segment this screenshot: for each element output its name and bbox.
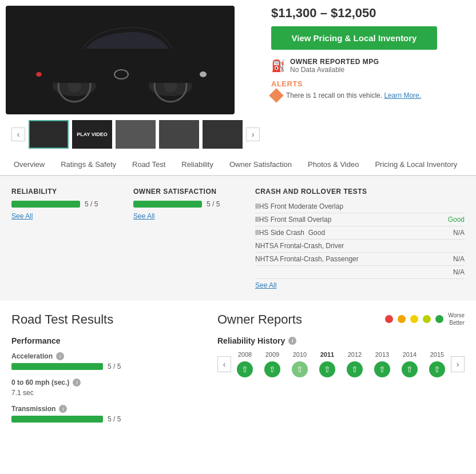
legend-label-worse: Worse [448, 312, 465, 318]
year-circle-2012[interactable]: ⇧ [347, 361, 363, 377]
price-range: $11,300 – $12,050 [271, 6, 465, 21]
year-col-2015: 2015 ⇧ [423, 351, 451, 377]
legend-label-better: Better [448, 320, 465, 326]
reliability-legend: Worse Better [385, 312, 465, 326]
year-col-2012: 2012 ⇧ [341, 351, 368, 377]
acceleration-label-row: Acceleration i [11, 352, 200, 360]
year-circle-2015[interactable]: ⇧ [429, 361, 445, 377]
thumb-next-button[interactable]: › [246, 128, 260, 141]
years-scroll: ‹ 2008 ⇧ 2009 ⇧ 2010 ⇧ 2011 ⇧ [217, 351, 465, 377]
reliability-history-title-text: Reliability History [217, 336, 285, 345]
legend-dot-mid3 [423, 315, 431, 323]
thumbnail-1[interactable] [29, 120, 69, 149]
recall-row: There is 1 recall on this vehicle. Learn… [271, 90, 465, 101]
zero-sixty-value: 7.1 sec [11, 389, 200, 397]
crash-row-4: NHTSA Frontal-Crash, Driver [255, 240, 465, 253]
year-label-2010: 2010 [286, 351, 314, 358]
year-circle-2013[interactable]: ⇧ [374, 361, 390, 377]
year-label-2011: 2011 [314, 351, 341, 358]
reliability-history-info-icon[interactable]: i [288, 337, 296, 345]
road-test-section-title: Road Test Results [11, 312, 200, 327]
legend-dot-worse [385, 315, 393, 323]
tab-photos-video[interactable]: Photos & Video [300, 154, 367, 176]
tab-reliability[interactable]: Reliability [173, 154, 221, 176]
thumbnail-4[interactable] [159, 120, 199, 149]
zero-sixty-row: 0 to 60 mph (sec.) i 7.1 sec [11, 379, 200, 397]
pricing-area: $11,300 – $12,050 View Pricing & Local I… [271, 6, 465, 149]
car-image-area: ‹ PLAY VIDEO › [6, 6, 260, 149]
year-circle-2014[interactable]: ⇧ [402, 361, 418, 377]
zero-sixty-label: 0 to 60 mph (sec.) [11, 379, 69, 387]
year-col-2014: 2014 ⇧ [396, 351, 423, 377]
acceleration-info-icon[interactable]: i [56, 352, 64, 360]
owner-satisfaction-bar-bg [133, 201, 202, 208]
thumbnail-play-video[interactable]: PLAY VIDEO [72, 120, 112, 149]
acceleration-row: Acceleration i 5 / 5 [11, 352, 200, 371]
acceleration-bar-row: 5 / 5 [11, 363, 200, 371]
legend-labels: Worse Better [448, 312, 465, 326]
top-section: ‹ PLAY VIDEO › $11,300 – $12,050 View Pr… [0, 0, 476, 154]
legend-dot-better [435, 315, 443, 323]
mpg-icon: ⛽ [271, 59, 285, 73]
owner-satisfaction-bar-row: 5 / 5 [133, 200, 238, 208]
crash-value-6: N/A [436, 268, 465, 276]
performance-title: Performance [11, 336, 200, 345]
crash-row-6: N/A [255, 266, 465, 279]
year-col-2010: 2010 ⇧ [286, 351, 314, 377]
owner-satisfaction-score: 5 / 5 [207, 200, 220, 208]
mpg-section: ⛽ OWNER REPORTED MPG No Data Available [271, 58, 465, 74]
svg-point-7 [36, 72, 42, 77]
reliability-see-all[interactable]: See All [11, 212, 33, 220]
crash-see-all[interactable]: See All [255, 281, 465, 289]
view-pricing-button[interactable]: View Pricing & Local Inventory [271, 26, 437, 50]
alerts-title: ALERTS [271, 79, 465, 88]
transmission-bar-bg [11, 416, 103, 423]
crash-tests-title: CRASH AND ROLLOVER TESTS [255, 188, 465, 196]
year-label-2012: 2012 [341, 351, 368, 358]
year-col-2008: 2008 ⇧ [231, 351, 259, 377]
mpg-value: No Data Available [290, 66, 379, 74]
year-label-2015: 2015 [423, 351, 451, 358]
reliability-bar-bg [11, 201, 80, 208]
owner-satisfaction-title: OWNER SATISFACTION [133, 188, 238, 196]
years-prev-button[interactable]: ‹ [217, 356, 231, 372]
thumbnail-3[interactable] [116, 120, 156, 149]
transmission-bar-fill [11, 416, 103, 423]
transmission-row: Transmission i 5 / 5 [11, 405, 200, 423]
zero-sixty-info-icon[interactable]: i [73, 379, 81, 387]
owner-satisfaction-see-all[interactable]: See All [133, 212, 154, 220]
tab-ratings-safety[interactable]: Ratings & Safety [53, 154, 124, 176]
year-circle-2010[interactable]: ⇧ [292, 361, 308, 377]
tab-owner-satisfaction[interactable]: Owner Satisfaction [221, 154, 300, 176]
year-circle-2011[interactable]: ⇧ [319, 361, 335, 377]
mpg-info: OWNER REPORTED MPG No Data Available [290, 58, 379, 74]
bottom-section: Road Test Results Performance Accelerati… [0, 301, 476, 443]
crash-value-2: Good [436, 216, 465, 224]
crash-row-3: IIHS Side Crash Good N/A [255, 226, 465, 240]
years-grid: 2008 ⇧ 2009 ⇧ 2010 ⇧ 2011 ⇧ 2012 ⇧ [231, 351, 451, 377]
tab-overview[interactable]: Overview [6, 154, 53, 176]
crash-tests-block: CRASH AND ROLLOVER TESTS IIHS Front Mode… [255, 188, 465, 289]
legend-dot-mid2 [410, 315, 418, 323]
thumb-prev-button[interactable]: ‹ [11, 128, 25, 141]
reliability-title: RELIABILITY [11, 188, 116, 196]
transmission-info-icon[interactable]: i [59, 405, 67, 413]
years-next-button[interactable]: › [451, 356, 465, 372]
svg-point-6 [200, 71, 207, 77]
crash-label-2: IIHS Front Small Overlap [255, 216, 436, 224]
tab-road-test[interactable]: Road Test [124, 154, 173, 176]
ratings-section: RELIABILITY 5 / 5 See All OWNER SATISFAC… [0, 176, 476, 301]
owner-satisfaction-bar-fill [133, 201, 202, 208]
crash-label-3: IIHS Side Crash Good [255, 229, 436, 237]
tab-pricing-inventory[interactable]: Pricing & Local Inventory [367, 154, 465, 176]
year-col-2013: 2013 ⇧ [368, 351, 396, 377]
learn-more-link[interactable]: Learn More. [384, 91, 421, 99]
acceleration-label: Acceleration [11, 352, 53, 360]
legend-mid3 [423, 315, 431, 323]
transmission-score: 5 / 5 [108, 415, 121, 423]
owner-satisfaction-block: OWNER SATISFACTION 5 / 5 See All [133, 188, 238, 289]
year-label-2014: 2014 [396, 351, 423, 358]
thumbnail-5[interactable] [203, 120, 243, 149]
year-circle-2008[interactable]: ⇧ [237, 361, 253, 377]
year-circle-2009[interactable]: ⇧ [264, 361, 280, 377]
